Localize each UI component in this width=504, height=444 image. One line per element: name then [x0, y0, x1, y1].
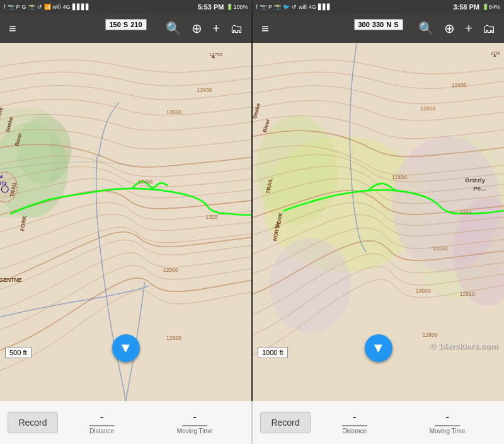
distance-value-left: - — [100, 411, 103, 423]
svg-text:12000: 12000 — [163, 267, 178, 273]
compass-left: 150 S 210 — [105, 19, 146, 30]
refresh-icon: ↺ — [37, 4, 42, 10]
camera-icon: 📸 — [28, 4, 35, 10]
instagram-icon-r: 📷 — [260, 4, 266, 10]
bottom-panel-right: Record - Distance - Moving Time — [253, 401, 504, 444]
svg-text:12600: 12600 — [166, 109, 181, 115]
wifi-icon: wifi — [53, 4, 61, 10]
svg-text:12800: 12800 — [166, 335, 181, 341]
distance-label-left: Distance — [89, 428, 114, 435]
moving-time-stat-right: - Moving Time — [430, 411, 466, 435]
facebook-icon-r: f — [256, 4, 258, 10]
map-panel-right[interactable]: ≡ 🔍 ⊕ + 🗂 300 330 N S — [253, 14, 504, 401]
record-button-left[interactable]: Record — [8, 412, 58, 433]
compass-right: 300 330 N S — [353, 19, 403, 30]
distance-value-right: - — [353, 411, 356, 423]
svg-text:BM: BM — [0, 174, 3, 180]
status-bar-left: f 📷 P G 📸 ↺ 📶 wifi 4G ▋▋▋▋ 5:53 PM 🔋100% — [0, 0, 253, 14]
record-button-right[interactable]: Record — [260, 412, 311, 433]
svg-text:1315: 1315 — [460, 209, 472, 216]
refresh-icon-r: ↺ — [292, 4, 297, 10]
navigate-button-right[interactable]: ▼ — [365, 334, 392, 362]
menu-button-left[interactable]: ≡ — [6, 20, 19, 37]
facebook-icon: f — [4, 4, 6, 10]
signal-bars-icon-r: ▋▋▋ — [318, 4, 331, 10]
svg-text:13150: 13150 — [433, 245, 448, 252]
svg-text:12756: 12756 — [209, 52, 222, 57]
svg-text:13000: 13000 — [416, 288, 431, 294]
pinterest-icon: P — [16, 4, 20, 10]
crosshair-button-left[interactable]: ⊕ — [189, 20, 205, 37]
moving-time-value-right: - — [445, 411, 449, 423]
chevron-down-icon-right: ▼ — [372, 341, 386, 355]
search-button-right[interactable]: 🔍 — [416, 20, 437, 37]
distance-line-left — [89, 425, 115, 426]
layers-button-left[interactable]: 🗂 — [227, 20, 245, 37]
battery-right: 🔋64% — [482, 4, 500, 10]
signal-bars-icon: ▋▋▋▋ — [72, 4, 90, 10]
bottom-bar: Record - Distance - Moving Time Record -… — [0, 401, 504, 444]
moving-time-label-left: Moving Time — [177, 428, 213, 435]
svg-text:ARGENTNE: ARGENTNE — [0, 277, 22, 283]
lte-icon: 4G — [63, 4, 71, 10]
map-panel-left[interactable]: ≡ 🔍 ⊕ + 🗂 150 S 210 — [0, 14, 253, 401]
pinterest-icon-r: P — [268, 4, 272, 10]
svg-text:12936: 12936 — [452, 82, 467, 88]
watermark: © 14erskiers.com — [430, 341, 498, 351]
svg-text:12600: 12600 — [420, 105, 435, 112]
svg-text:Grizzly: Grizzly — [465, 177, 485, 184]
svg-text:12456: 12456 — [392, 174, 407, 180]
menu-button-right[interactable]: ≡ — [259, 20, 272, 37]
status-bar-right: f 📷 P 📸 🐦 ↺ wifi 4G ▋▋▋ 3:58 PM 🔋64% — [253, 0, 505, 14]
stats-left: - Distance - Moving Time — [58, 411, 244, 435]
moving-time-label-right: Moving Time — [430, 428, 466, 435]
moving-time-line-left — [182, 425, 207, 426]
bottom-panel-left: Record - Distance - Moving Time — [0, 401, 253, 444]
stats-right: - Distance - Moving Time — [311, 411, 496, 435]
svg-text:Pe...: Pe... — [473, 185, 486, 192]
distance-line-right — [342, 425, 367, 426]
navigate-button-left[interactable]: ▼ — [112, 334, 140, 362]
svg-text:12936: 12936 — [197, 87, 212, 93]
wifi-icon-r: wifi — [299, 4, 307, 10]
signal-icon: 📶 — [44, 4, 51, 10]
time-right: 3:58 PM — [453, 3, 479, 11]
search-button-left[interactable]: 🔍 — [163, 20, 184, 37]
svg-text:2754: 2754 — [491, 51, 500, 56]
waypoint-button-right[interactable]: + — [462, 20, 475, 37]
chevron-down-icon-left: ▼ — [119, 341, 133, 355]
moving-time-line-right — [435, 425, 460, 426]
waypoint-button-left[interactable]: + — [210, 20, 222, 37]
svg-text:1315: 1315 — [206, 214, 218, 220]
instagram-icon: 📷 — [8, 4, 14, 10]
lte-icon-r: 4G — [309, 4, 316, 10]
battery-left: 🔋100% — [226, 4, 248, 10]
svg-text:12800: 12800 — [423, 332, 438, 338]
google-icon: G — [22, 4, 26, 10]
svg-point-29 — [270, 238, 351, 333]
time-left: 5:53 PM — [198, 3, 224, 11]
twitter-icon-r: 🐦 — [283, 4, 290, 10]
svg-text:12910: 12910 — [460, 291, 475, 297]
camera-icon-r: 📸 — [274, 4, 281, 10]
distance-stat-right: - Distance — [342, 411, 367, 435]
layers-button-right[interactable]: 🗂 — [480, 20, 498, 37]
distance-stat-left: - Distance — [89, 411, 115, 435]
scale-right: 1000 ft — [258, 347, 288, 358]
crosshair-button-right[interactable]: ⊕ — [442, 20, 457, 37]
scale-left: 500 ft — [5, 347, 32, 358]
moving-time-stat-left: - Moving Time — [177, 411, 213, 435]
svg-text:12456: 12456 — [138, 178, 153, 185]
moving-time-value-left: - — [193, 411, 196, 423]
distance-label-right: Distance — [342, 428, 367, 435]
